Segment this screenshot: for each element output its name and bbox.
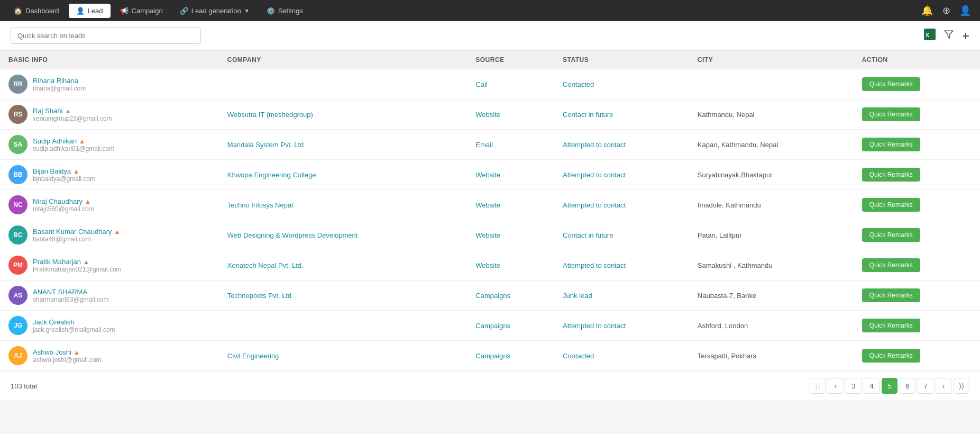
cell-action: Quick Remarks — [854, 281, 980, 311]
person-name: Ashwo Joshi▲ — [33, 348, 102, 356]
total-count: 103 total — [11, 382, 37, 390]
quick-remarks-button[interactable]: Quick Remarks — [862, 288, 920, 302]
cell-source: Website — [467, 220, 554, 250]
city-value: Imadole, Kathmandu — [698, 201, 761, 209]
cell-company: Web Designing & Wordpress Development — [219, 220, 467, 250]
cell-basic-info: BB Bijan Baidya▲ bjnbaidya@gmail.com — [0, 160, 219, 190]
cell-city: Patan, Lalitpur — [689, 220, 854, 250]
cell-company: Websutra IT (meshedgroup) — [219, 100, 467, 130]
page-6-btn[interactable]: 6 — [900, 378, 915, 394]
table-row: BC Basant Kumar Chaudhary▲ bsnta48@gmail… — [0, 220, 980, 250]
cell-source: Call — [467, 69, 554, 100]
table-row: AJ Ashwo Joshi▲ ashwo.joshi@gmail.com Ci… — [0, 341, 980, 371]
company-name: Technopoets Pvt. Ltd — [227, 292, 291, 300]
quick-remarks-button[interactable]: Quick Remarks — [862, 168, 920, 182]
page-4-btn[interactable]: 4 — [864, 378, 880, 394]
cell-action: Quick Remarks — [854, 160, 980, 190]
notification-bell-icon[interactable]: 🔔 — [919, 2, 936, 19]
cell-source: Campaigns — [467, 341, 554, 371]
cell-action: Quick Remarks — [854, 250, 980, 281]
cell-status: Attempted to contact — [554, 130, 689, 160]
cell-status: Contact in future — [554, 100, 689, 130]
cell-basic-info: AS ANANT SHARMA sharmanant63@gmail.com — [0, 281, 219, 311]
nav-lead-generation[interactable]: 🔗 Lead generation ▼ — [172, 4, 257, 18]
nav-lead[interactable]: 👤 Lead — [69, 4, 111, 18]
page-prev-btn[interactable]: ‹ — [828, 378, 844, 394]
pagination: ⟨⟨ ‹ 3 4 5 6 7 › ⟩⟩ — [810, 378, 969, 394]
quick-remarks-button[interactable]: Quick Remarks — [862, 228, 920, 242]
source-value: Campaigns — [475, 292, 510, 300]
person-email: nirajc560@gmail.com — [33, 205, 94, 213]
person-email: bsnta48@gmail.com — [33, 236, 120, 243]
excel-export-icon[interactable]: X — [924, 29, 936, 43]
status-value: Contacted — [563, 352, 594, 360]
person-email: jack.grealish@mailgmail.com — [33, 326, 115, 333]
person-name: Pratik Maharjan▲ — [33, 258, 122, 266]
quick-remarks-button[interactable]: Quick Remarks — [862, 319, 920, 332]
avatar: AJ — [8, 346, 28, 365]
page-3-btn[interactable]: 3 — [846, 378, 862, 394]
table-row: RR Rihana Rihana rihana@gmail.com Call C… — [0, 69, 980, 100]
nav-campaign-label: Campaign — [132, 7, 163, 15]
cell-action: Quick Remarks — [854, 69, 980, 100]
city-value: Ashford, London — [698, 322, 748, 330]
cell-basic-info: NC Niraj Chaudhary▲ nirajc560@gmail.com — [0, 190, 219, 220]
status-value: Attempted to contact — [563, 201, 626, 209]
avatar: NC — [8, 195, 28, 214]
source-value: Website — [475, 201, 500, 209]
avatar: JG — [8, 316, 28, 335]
col-company: COMPANY — [219, 51, 467, 69]
person-name: Sudip Adhikari▲ — [33, 137, 114, 145]
cell-city: Kapan, Kathmandu, Nepal — [689, 130, 854, 160]
alert-icon: ▲ — [65, 107, 71, 115]
cell-action: Quick Remarks — [854, 220, 980, 250]
quick-remarks-button[interactable]: Quick Remarks — [862, 138, 920, 151]
person-email: sudip.adhikari01@gmail.com — [33, 145, 114, 152]
nav-settings[interactable]: ⚙️ Settings — [259, 4, 310, 18]
status-value: Contact in future — [563, 111, 613, 119]
city-value: Samakushi , Kathmandu — [698, 261, 773, 269]
nav-dashboard[interactable]: 🏠 Dashboard — [6, 4, 67, 18]
cell-basic-info: RR Rihana Rihana rihana@gmail.com — [0, 69, 219, 100]
page-5-btn[interactable]: 5 — [882, 378, 897, 394]
leads-table-container: BASIC INFO COMPANY SOURCE STATUS CITY Ac… — [0, 51, 980, 371]
avatar: AS — [8, 286, 28, 305]
quick-remarks-button[interactable]: Quick Remarks — [862, 258, 920, 272]
nav-campaign[interactable]: 📢 Campaign — [113, 4, 170, 18]
col-action: Action — [854, 51, 980, 69]
col-status: STATUS — [554, 51, 689, 69]
cell-company — [219, 69, 467, 100]
search-input[interactable] — [11, 28, 201, 44]
person-email: xeniumgroup23@gmail.com — [33, 115, 112, 122]
page-next-btn[interactable]: › — [936, 378, 951, 394]
quick-remarks-button[interactable]: Quick Remarks — [862, 107, 920, 121]
cell-status: Attempted to contact — [554, 250, 689, 281]
add-lead-icon[interactable]: + — [962, 29, 969, 43]
cell-city: Samakushi , Kathmandu — [689, 250, 854, 281]
page-7-btn[interactable]: 7 — [918, 378, 933, 394]
home-icon: 🏠 — [14, 7, 22, 15]
cell-basic-info: RS Raj Shahi▲ xeniumgroup23@gmail.com — [0, 100, 219, 130]
table-row: AS ANANT SHARMA sharmanant63@gmail.com T… — [0, 281, 980, 311]
company-name: Websutra IT (meshedgroup) — [227, 111, 313, 119]
cell-company: Mandala System Pvt. Ltd — [219, 130, 467, 160]
page-last-btn[interactable]: ⟩⟩ — [954, 378, 969, 394]
add-circle-icon[interactable]: ⊕ — [938, 2, 955, 19]
navbar: 🏠 Dashboard 👤 Lead 📢 Campaign 🔗 Lead gen… — [0, 0, 980, 21]
company-name: Mandala System Pvt. Ltd — [227, 141, 304, 149]
filter-icon[interactable] — [944, 30, 954, 42]
alert-icon: ▲ — [73, 168, 79, 175]
cell-company: Techno Infosys Nepal — [219, 190, 467, 220]
nav-lead-label: Lead — [88, 7, 103, 15]
status-value: Contacted — [563, 80, 594, 88]
status-value: Attempted to contact — [563, 322, 626, 330]
avatar: PM — [8, 256, 28, 275]
cell-action: Quick Remarks — [854, 130, 980, 160]
quick-remarks-button[interactable]: Quick Remarks — [862, 349, 920, 363]
svg-marker-2 — [945, 31, 952, 38]
quick-remarks-button[interactable]: Quick Remarks — [862, 198, 920, 212]
user-account-icon[interactable]: 👤 — [957, 2, 974, 19]
quick-remarks-button[interactable]: Quick Remarks — [862, 77, 920, 91]
page-first-btn[interactable]: ⟨⟨ — [810, 378, 826, 394]
source-value: Campaigns — [475, 322, 510, 330]
